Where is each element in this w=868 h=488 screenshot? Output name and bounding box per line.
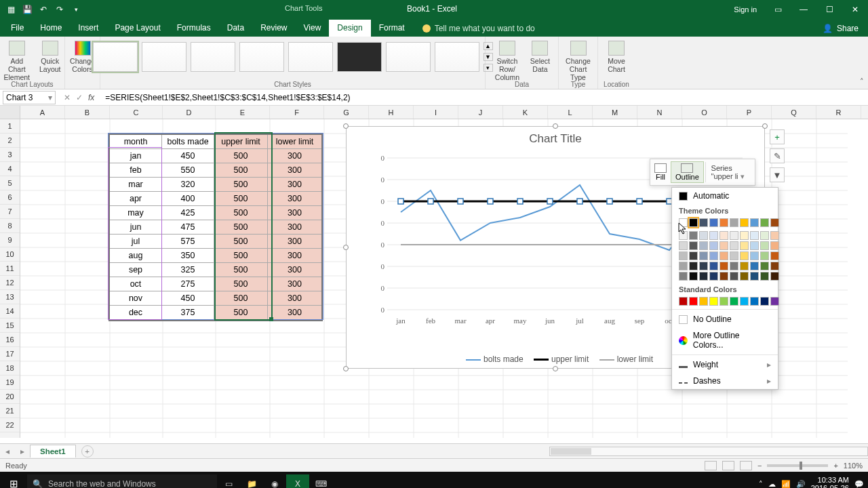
chart-style-6[interactable] xyxy=(337,42,382,72)
chart-elements-button[interactable]: + xyxy=(770,129,785,144)
swatch[interactable] xyxy=(740,297,749,306)
swatch[interactable] xyxy=(750,272,759,281)
chart-style-5[interactable] xyxy=(288,42,333,72)
row-header-18[interactable]: 18 xyxy=(0,361,20,375)
more-outline-colors[interactable]: More Outline Colors... xyxy=(672,327,778,353)
swatch[interactable] xyxy=(760,297,769,306)
swatch[interactable] xyxy=(689,272,698,281)
swatch[interactable] xyxy=(709,218,718,227)
swatch[interactable] xyxy=(699,272,708,281)
quick-layout-button[interactable]: Quick Layout xyxy=(37,39,64,75)
swatch[interactable] xyxy=(679,231,688,240)
sheet-nav-prev[interactable]: ◂ xyxy=(0,447,15,456)
swatch[interactable] xyxy=(730,262,738,270)
col-header-H[interactable]: H xyxy=(369,106,414,119)
row-header-12[interactable]: 12 xyxy=(0,276,20,290)
sheet-tab-sheet1[interactable]: Sheet1 xyxy=(30,445,76,458)
row-header-11[interactable]: 11 xyxy=(0,262,20,276)
swatch[interactable] xyxy=(699,297,708,306)
swatch[interactable] xyxy=(730,218,738,227)
col-header-D[interactable]: D xyxy=(163,106,216,119)
col-header-R[interactable]: R xyxy=(816,106,861,119)
swatch[interactable] xyxy=(719,272,728,281)
page-layout-view-button[interactable] xyxy=(722,461,734,470)
swatch[interactable] xyxy=(760,231,769,240)
swatch[interactable] xyxy=(760,241,769,250)
tab-review[interactable]: Review xyxy=(252,20,295,37)
share-button[interactable]: 👤Share xyxy=(813,20,868,37)
swatch[interactable] xyxy=(699,241,708,250)
swatch[interactable] xyxy=(699,218,708,227)
taskbar-search[interactable]: 🔍Search the web and Windows xyxy=(27,474,217,488)
select-all-corner[interactable] xyxy=(0,106,20,119)
chart-style-3[interactable] xyxy=(191,42,235,72)
add-chart-element-button[interactable]: Add Chart Element xyxy=(1,39,33,83)
swatch[interactable] xyxy=(740,218,749,227)
tab-page-layout[interactable]: Page Layout xyxy=(106,20,168,37)
swatch[interactable] xyxy=(689,297,698,306)
col-header-I[interactable]: I xyxy=(414,106,458,119)
swatch[interactable] xyxy=(760,272,769,281)
swatch[interactable] xyxy=(719,297,728,306)
col-header-K[interactable]: K xyxy=(503,106,548,119)
switch-row-column-button[interactable]: Switch Row/ Column xyxy=(491,39,524,83)
dashes-submenu[interactable]: Dashes▸ xyxy=(672,373,778,389)
swatch[interactable] xyxy=(699,262,708,270)
row-header-8[interactable]: 8 xyxy=(0,219,20,233)
change-chart-type-button[interactable]: Change Chart Type xyxy=(563,39,593,83)
outline-button[interactable]: Outline xyxy=(671,161,704,183)
swatch[interactable] xyxy=(719,262,728,270)
normal-view-button[interactable] xyxy=(705,461,717,470)
col-header-J[interactable]: J xyxy=(458,106,503,119)
swatch[interactable] xyxy=(740,251,749,260)
swatch[interactable] xyxy=(750,262,759,270)
move-chart-button[interactable]: Move Chart xyxy=(605,39,628,75)
col-header-B[interactable]: B xyxy=(65,106,110,119)
chrome-icon[interactable]: ◉ xyxy=(263,474,286,488)
col-header-E[interactable]: E xyxy=(216,106,270,119)
close-button[interactable]: ✕ xyxy=(844,0,867,19)
swatch[interactable] xyxy=(740,272,749,281)
swatch[interactable] xyxy=(770,241,779,250)
weight-submenu[interactable]: Weight▸ xyxy=(672,357,778,373)
name-box[interactable]: Chart 3▾ xyxy=(3,91,56,104)
swatch[interactable] xyxy=(750,297,759,306)
swatch[interactable] xyxy=(760,218,769,227)
swatch[interactable] xyxy=(750,218,759,227)
tab-data[interactable]: Data xyxy=(219,20,252,37)
row-header-4[interactable]: 4 xyxy=(0,162,20,176)
chart-style-1[interactable] xyxy=(93,42,138,72)
swatch[interactable] xyxy=(750,241,759,250)
swatch[interactable] xyxy=(709,231,718,240)
col-header-N[interactable]: N xyxy=(637,106,682,119)
swatch[interactable] xyxy=(730,272,738,281)
chart-filters-button[interactable]: ▼ xyxy=(770,167,785,182)
notifications-icon[interactable]: 💬 xyxy=(854,480,864,489)
swatch[interactable] xyxy=(689,251,698,260)
tab-file[interactable]: File xyxy=(3,20,32,37)
row-header-10[interactable]: 10 xyxy=(0,247,20,262)
tab-formulas[interactable]: Formulas xyxy=(169,20,219,37)
tab-insert[interactable]: Insert xyxy=(70,20,106,37)
swatch[interactable] xyxy=(719,251,728,260)
swatch[interactable] xyxy=(689,218,698,227)
chart-title[interactable]: Chart Title xyxy=(347,127,764,147)
zoom-out[interactable]: − xyxy=(757,462,762,470)
swatch[interactable] xyxy=(770,251,779,260)
swatch[interactable] xyxy=(679,272,688,281)
sign-in-link[interactable]: Sign in xyxy=(734,5,757,14)
taskbar-clock[interactable]: 10:33 AM2016-05-26 xyxy=(811,476,849,488)
swatch[interactable] xyxy=(770,231,779,240)
task-view-icon[interactable]: ▭ xyxy=(217,474,240,488)
swatch[interactable] xyxy=(770,262,779,270)
swatch[interactable] xyxy=(679,251,688,260)
row-header-5[interactable]: 5 xyxy=(0,176,20,190)
tab-home[interactable]: Home xyxy=(32,20,70,37)
row-header-17[interactable]: 17 xyxy=(0,347,20,361)
tray-cloud-icon[interactable]: ☁ xyxy=(768,480,776,489)
sheet-nav-next[interactable]: ▸ xyxy=(15,447,30,456)
fx-icon[interactable]: fx xyxy=(88,93,94,102)
chart-style-2[interactable] xyxy=(142,42,186,72)
tray-network-icon[interactable]: 📶 xyxy=(781,480,791,489)
col-header-Q[interactable]: Q xyxy=(772,106,816,119)
